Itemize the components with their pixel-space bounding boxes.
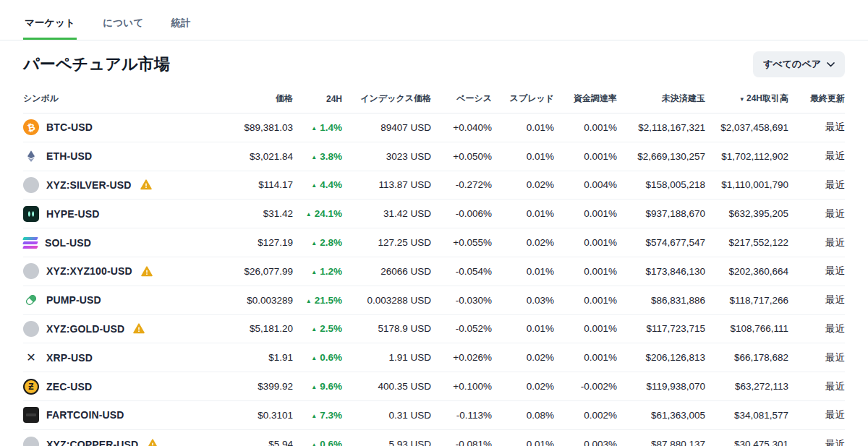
spread-cell: 0.01%: [492, 151, 554, 162]
eth-icon: [23, 148, 39, 164]
market-row[interactable]: HYPE-USD$31.42▲24.1%31.42 USD-0.006%0.01…: [23, 200, 845, 228]
zec-icon: Ƶ: [23, 379, 39, 395]
column-header-10[interactable]: 最終更新: [788, 85, 845, 113]
column-header-9[interactable]: ▾24H取引高: [705, 85, 788, 113]
symbol-cell: SOL-USD: [23, 237, 226, 249]
trend-up-icon: ▲: [311, 355, 317, 361]
trend-up-icon: ▲: [311, 442, 317, 446]
funding-rate-cell: 0.001%: [554, 266, 617, 277]
pump-icon: [23, 292, 39, 308]
index-price-cell: 113.87 USD: [342, 179, 431, 190]
price-cell: $26,077.99: [226, 266, 293, 277]
change-24h-cell: ▲1.4%: [293, 122, 342, 133]
spread-cell: 0.03%: [492, 295, 554, 306]
symbol-cell: ƵZEC-USD: [23, 379, 226, 395]
symbol-label: XYZ:GOLD-USD: [46, 323, 124, 335]
open-interest-cell: $86,831,886: [617, 295, 705, 306]
column-header-5[interactable]: ベーシス: [431, 85, 492, 113]
funding-rate-cell: 0.001%: [554, 323, 617, 334]
last-updated-cell: 最近: [788, 380, 845, 393]
trend-up-icon: ▲: [311, 182, 317, 189]
column-header-7[interactable]: 資金調達率: [554, 85, 617, 113]
basis-cell: +0.055%: [431, 237, 492, 248]
open-interest-cell: $87,880,137: [617, 439, 705, 446]
trend-up-icon: ▲: [306, 211, 312, 218]
column-header-6[interactable]: スプレッド: [492, 85, 554, 113]
volume-24h-cell: $202,360,664: [705, 266, 788, 277]
open-interest-cell: $117,723,715: [617, 323, 705, 334]
funding-rate-cell: 0.001%: [554, 295, 617, 306]
market-row[interactable]: ✕XRP-USD$1.91▲0.6%1.91 USD+0.026%0.02%0.…: [23, 343, 845, 372]
basis-cell: +0.026%: [431, 352, 492, 363]
symbol-label: SOL-USD: [45, 237, 91, 249]
column-header-8[interactable]: 未決済建玉: [617, 85, 705, 113]
column-header-4[interactable]: インデックス価格: [342, 85, 431, 113]
change-24h-cell: ▲3.8%: [293, 151, 342, 162]
volume-24h-cell: $34,081,577: [705, 410, 788, 421]
price-cell: $0.3101: [226, 410, 293, 421]
open-interest-cell: $61,363,005: [617, 410, 705, 421]
xrp-icon: ✕: [23, 350, 39, 366]
basis-cell: -0.052%: [431, 323, 492, 334]
symbol-cell: XYZ:SILVER-USD: [23, 177, 226, 193]
basis-cell: -0.030%: [431, 295, 492, 306]
spread-cell: 0.08%: [492, 410, 554, 421]
volume-24h-cell: $217,552,122: [705, 237, 788, 248]
basis-cell: -0.113%: [431, 410, 492, 421]
spread-cell: 0.02%: [492, 237, 554, 248]
trend-up-icon: ▲: [311, 240, 317, 246]
index-price-cell: 31.42 USD: [342, 208, 431, 219]
column-header-1[interactable]: シンボル: [23, 85, 226, 113]
last-updated-cell: 最近: [788, 236, 845, 249]
last-updated-cell: 最近: [788, 121, 845, 134]
warning-icon: [141, 266, 153, 277]
spread-cell: 0.01%: [492, 439, 554, 446]
pair-filter-dropdown[interactable]: すべてのペア: [753, 51, 845, 77]
volume-24h-cell: $108,766,111: [705, 323, 788, 334]
market-row[interactable]: XYZ:GOLD-USD$5,181.20▲2.5%5178.9 USD-0.0…: [23, 315, 845, 344]
volume-24h-cell: $1,110,001,790: [705, 179, 788, 190]
trend-up-icon: ▲: [306, 298, 312, 304]
last-updated-cell: 最近: [788, 438, 845, 446]
basis-cell: -0.081%: [431, 439, 492, 446]
basis-cell: +0.040%: [431, 122, 492, 133]
funding-rate-cell: 0.002%: [554, 410, 617, 421]
placeholder-icon: [23, 321, 39, 337]
tab-stats[interactable]: 統計: [169, 10, 192, 40]
symbol-cell: XYZ:GOLD-USD: [23, 321, 226, 337]
market-row[interactable]: XYZ:COPPER-USD$5.94▲0.6%5.93 USD-0.081%0…: [23, 430, 845, 446]
index-price-cell: 0.31 USD: [342, 410, 431, 421]
market-row[interactable]: XYZ:SILVER-USD$114.17▲4.4%113.87 USD-0.2…: [23, 171, 845, 200]
market-row[interactable]: ETH-USD$3,021.84▲3.8%3023 USD+0.050%0.01…: [23, 142, 845, 171]
volume-24h-cell: $63,272,113: [705, 381, 788, 392]
price-cell: $399.92: [226, 381, 293, 392]
market-row[interactable]: SOL-USD$127.19▲2.8%127.25 USD+0.055%0.02…: [23, 228, 845, 257]
funding-rate-cell: 0.004%: [554, 179, 617, 190]
market-row[interactable]: PUMP-USD$0.003289▲21.5%0.003288 USD-0.03…: [23, 286, 845, 315]
change-24h-cell: ▲2.5%: [293, 323, 342, 334]
funding-rate-cell: 0.001%: [554, 208, 617, 219]
market-row[interactable]: ₿BTC-USD$89,381.03▲1.4%89407 USD+0.040%0…: [23, 113, 845, 142]
symbol-cell: PUMP-USD: [23, 292, 226, 308]
chevron-down-icon: [827, 62, 835, 67]
market-row[interactable]: ƵZEC-USD$399.92▲9.6%400.35 USD+0.100%0.0…: [23, 372, 845, 401]
volume-24h-cell: $632,395,205: [705, 208, 788, 219]
price-cell: $114.17: [226, 179, 293, 190]
spread-cell: 0.01%: [492, 266, 554, 277]
column-header-2[interactable]: 価格: [226, 85, 293, 113]
open-interest-cell: $574,677,547: [617, 237, 705, 248]
symbol-cell: ✕XRP-USD: [23, 350, 226, 366]
tab-markets[interactable]: マーケット: [23, 10, 77, 40]
change-24h-cell: ▲7.3%: [293, 410, 342, 421]
trend-up-icon: ▲: [311, 154, 317, 160]
tab-about[interactable]: について: [101, 10, 145, 40]
market-row[interactable]: FARTCOIN-USD$0.3101▲7.3%0.31 USD-0.113%0…: [23, 401, 845, 430]
column-header-3[interactable]: 24H: [293, 86, 342, 112]
funding-rate-cell: 0.001%: [554, 237, 617, 248]
market-row[interactable]: XYZ:XYZ100-USD$26,077.99▲1.2%26066 USD-0…: [23, 257, 845, 286]
price-cell: $127.19: [226, 237, 293, 248]
table-body: ₿BTC-USD$89,381.03▲1.4%89407 USD+0.040%0…: [23, 113, 845, 446]
open-interest-cell: $937,188,670: [617, 208, 705, 219]
price-cell: $89,381.03: [226, 122, 293, 133]
placeholder-icon: [23, 437, 39, 446]
